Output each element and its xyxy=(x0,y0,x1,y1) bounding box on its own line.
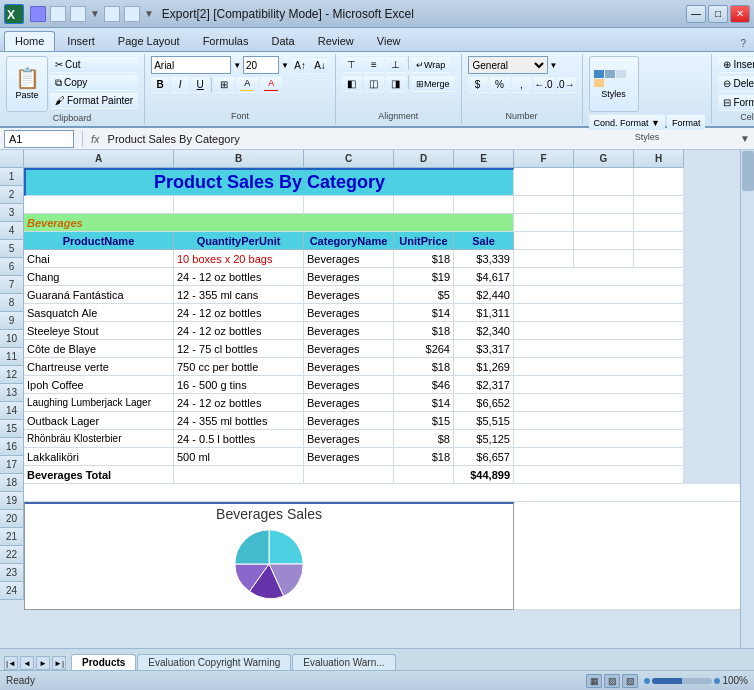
cell-b13[interactable]: 24 - 12 oz bottles xyxy=(174,394,304,412)
minimize-button[interactable]: — xyxy=(686,5,706,23)
cell-a5[interactable]: Chai xyxy=(24,250,174,268)
cell-c12[interactable]: Beverages xyxy=(304,376,394,394)
cell-d6[interactable]: $19 xyxy=(394,268,454,286)
cell-b8[interactable]: 24 - 12 oz bottles xyxy=(174,304,304,322)
cell-b6[interactable]: 24 - 12 oz bottles xyxy=(174,268,304,286)
decrease-decimal-button[interactable]: ←.0 xyxy=(534,76,554,93)
cell-c14[interactable]: Beverages xyxy=(304,412,394,430)
cell-fgh16[interactable] xyxy=(514,448,684,466)
cell-a8[interactable]: Sasquatch Ale xyxy=(24,304,174,322)
window-controls[interactable]: — □ ✕ xyxy=(686,5,750,23)
row-header-17[interactable]: 17 xyxy=(0,456,24,474)
cell-a16[interactable]: Lakkaliköri xyxy=(24,448,174,466)
border-button[interactable]: ⊞ xyxy=(214,76,234,93)
cell-b9[interactable]: 24 - 12 oz bottles xyxy=(174,322,304,340)
align-middle-button[interactable]: ≡ xyxy=(364,56,384,73)
bold-button[interactable]: B xyxy=(151,76,169,93)
cell-c4-header[interactable]: CategoryName xyxy=(304,232,394,250)
cell-h2[interactable] xyxy=(634,196,684,214)
cell-a15[interactable]: Rhönbräu Klosterbier xyxy=(24,430,174,448)
toolbar-btn[interactable] xyxy=(104,6,120,22)
col-header-g[interactable]: G xyxy=(574,150,634,168)
conditional-format-button[interactable]: Cond. Format ▼ xyxy=(589,114,665,131)
cell-c9[interactable]: Beverages xyxy=(304,322,394,340)
merge-cells-button[interactable]: ⊞Merge xyxy=(411,75,455,92)
zoom-out-button[interactable] xyxy=(644,678,650,684)
italic-button[interactable]: I xyxy=(171,76,189,93)
toolbar-btn[interactable] xyxy=(70,6,86,22)
chart-area[interactable]: Beverages Sales xyxy=(24,502,514,610)
page-layout-button[interactable]: ▨ xyxy=(604,674,620,688)
row-header-21[interactable]: 21 xyxy=(0,528,24,546)
cell-fgh8[interactable] xyxy=(514,304,684,322)
cell-fgh11[interactable] xyxy=(514,358,684,376)
next-sheet-button[interactable]: ► xyxy=(36,656,50,670)
format-as-table-button[interactable]: Format xyxy=(667,114,706,131)
maximize-button[interactable]: □ xyxy=(708,5,728,23)
tab-review[interactable]: Review xyxy=(307,31,365,51)
toolbar-btn[interactable] xyxy=(124,6,140,22)
cell-a6[interactable]: Chang xyxy=(24,268,174,286)
comma-button[interactable]: , xyxy=(512,76,532,93)
cell-e14[interactable]: $5,515 xyxy=(454,412,514,430)
col-header-h[interactable]: H xyxy=(634,150,684,168)
row-header-15[interactable]: 15 xyxy=(0,420,24,438)
decrease-font-button[interactable]: A↓ xyxy=(311,57,329,74)
col-header-f[interactable]: F xyxy=(514,150,574,168)
cell-d8[interactable]: $14 xyxy=(394,304,454,322)
cell-b4-header[interactable]: QuantityPerUnit xyxy=(174,232,304,250)
align-right-button[interactable]: ◨ xyxy=(386,75,406,92)
cell-c15[interactable]: Beverages xyxy=(304,430,394,448)
row-header-22[interactable]: 22 xyxy=(0,546,24,564)
cell-d4-header[interactable]: UnitPrice xyxy=(394,232,454,250)
cell-f3[interactable] xyxy=(514,214,574,232)
row-header-7[interactable]: 7 xyxy=(0,276,24,294)
cell-c8[interactable]: Beverages xyxy=(304,304,394,322)
fill-color-button[interactable]: A xyxy=(236,76,258,93)
row-header-13[interactable]: 13 xyxy=(0,384,24,402)
row-header-23[interactable]: 23 xyxy=(0,564,24,582)
cell-c2[interactable] xyxy=(304,196,394,214)
col-header-c[interactable]: C xyxy=(304,150,394,168)
cell-row18[interactable] xyxy=(24,484,740,502)
cell-c17[interactable] xyxy=(304,466,394,484)
cell-b12[interactable]: 16 - 500 g tins xyxy=(174,376,304,394)
vertical-scrollbar[interactable] xyxy=(740,150,754,648)
cell-d7[interactable]: $5 xyxy=(394,286,454,304)
increase-font-button[interactable]: A↑ xyxy=(291,57,309,74)
cell-b16[interactable]: 500 ml xyxy=(174,448,304,466)
cell-e17-total[interactable]: $44,899 xyxy=(454,466,514,484)
close-button[interactable]: ✕ xyxy=(730,5,750,23)
cell-b2[interactable] xyxy=(174,196,304,214)
cell-g1[interactable] xyxy=(574,168,634,196)
cell-a4-header[interactable]: ProductName xyxy=(24,232,174,250)
align-top-button[interactable]: ⊤ xyxy=(342,56,362,73)
prev-sheet-button[interactable]: ◄ xyxy=(20,656,34,670)
cell-e5[interactable]: $3,339 xyxy=(454,250,514,268)
cell-a9[interactable]: Steeleye Stout xyxy=(24,322,174,340)
align-left-button[interactable]: ◧ xyxy=(342,75,362,92)
wrap-text-button[interactable]: ↵Wrap xyxy=(411,56,450,73)
tab-page-layout[interactable]: Page Layout xyxy=(107,31,191,51)
ribbon-help[interactable]: ? xyxy=(732,36,754,51)
cell-a12[interactable]: Ipoh Coffee xyxy=(24,376,174,394)
toolbar-btn[interactable] xyxy=(30,6,46,22)
row-header-10[interactable]: 10 xyxy=(0,330,24,348)
cell-d12[interactable]: $46 xyxy=(394,376,454,394)
cell-e12[interactable]: $2,317 xyxy=(454,376,514,394)
cell-e6[interactable]: $4,617 xyxy=(454,268,514,286)
tab-home[interactable]: Home xyxy=(4,31,55,51)
cell-c5[interactable]: Beverages xyxy=(304,250,394,268)
row-header-12[interactable]: 12 xyxy=(0,366,24,384)
cell-c13[interactable]: Beverages xyxy=(304,394,394,412)
tab-insert[interactable]: Insert xyxy=(56,31,106,51)
underline-button[interactable]: U xyxy=(191,76,209,93)
cell-c16[interactable]: Beverages xyxy=(304,448,394,466)
row-header-8[interactable]: 8 xyxy=(0,294,24,312)
row-header-5[interactable]: 5 xyxy=(0,240,24,258)
row-header-14[interactable]: 14 xyxy=(0,402,24,420)
cell-e2[interactable] xyxy=(454,196,514,214)
zoom-in-button[interactable] xyxy=(714,678,720,684)
cell-d16[interactable]: $18 xyxy=(394,448,454,466)
align-center-button[interactable]: ◫ xyxy=(364,75,384,92)
